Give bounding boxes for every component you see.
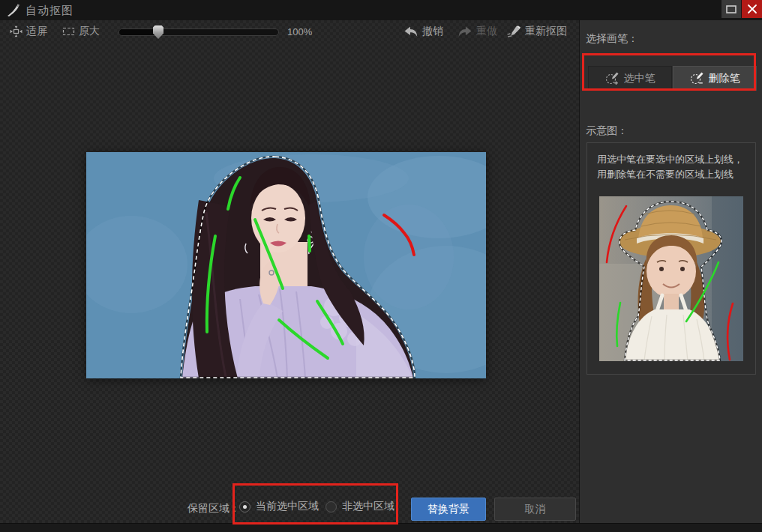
radio-unselected-icon[interactable] bbox=[326, 501, 337, 513]
fit-screen-label: 适屏 bbox=[26, 25, 47, 38]
original-size-button[interactable]: 原大 bbox=[62, 20, 100, 43]
radio-current-selected-area[interactable]: 当前选中区域 bbox=[239, 500, 319, 513]
toolbar: 适屏 原大 100% 撤销 重做 bbox=[0, 20, 579, 44]
radio-non-selected-area[interactable]: 非选中区域 bbox=[326, 500, 394, 513]
canvas-area[interactable]: 保留区域： 当前选中区域 非选中区域 替换背景 取消 bbox=[0, 43, 579, 523]
radio-dot bbox=[243, 505, 247, 509]
redo-label: 重做 bbox=[476, 25, 497, 38]
recut-label: 重新抠图 bbox=[525, 25, 567, 38]
recut-button[interactable]: 重新抠图 bbox=[507, 20, 567, 43]
edited-photo[interactable] bbox=[86, 152, 486, 378]
app-icon bbox=[5, 2, 20, 17]
original-size-icon bbox=[62, 25, 75, 37]
title-bar: 自动抠图 bbox=[0, 0, 762, 20]
undo-label: 撤销 bbox=[422, 25, 443, 38]
cancel-button[interactable]: 取消 bbox=[494, 498, 576, 521]
zoom-slider-thumb[interactable] bbox=[153, 25, 164, 39]
replace-background-button[interactable]: 替换背景 bbox=[411, 498, 486, 521]
fit-screen-button[interactable]: 适屏 bbox=[10, 20, 47, 43]
window-title: 自动抠图 bbox=[26, 4, 74, 18]
maximize-icon bbox=[726, 5, 736, 13]
select-pen-button[interactable]: 选中笔 bbox=[588, 66, 672, 91]
brush-section-title: 选择画笔： bbox=[586, 32, 638, 46]
fit-screen-icon bbox=[10, 25, 22, 37]
demo-image bbox=[599, 196, 743, 361]
delete-pen-label: 删除笔 bbox=[709, 72, 740, 85]
radio-selected-icon[interactable] bbox=[239, 501, 250, 513]
demo-box: 用选中笔在要选中的区域上划线，用删除笔在不需要的区域上划线 bbox=[586, 142, 756, 375]
select-pen-label: 选中笔 bbox=[624, 72, 656, 85]
redo-icon bbox=[458, 26, 472, 37]
redo-button[interactable]: 重做 bbox=[458, 20, 497, 43]
right-panel: 选择画笔： 选中笔 删除笔 示意图： 用选中笔在要选中的区域上划线，用删除笔在不… bbox=[579, 20, 762, 523]
maximize-button[interactable] bbox=[722, 0, 741, 18]
close-button[interactable] bbox=[742, 0, 762, 18]
select-pen-icon bbox=[605, 71, 620, 85]
demo-hint-text: 用选中笔在要选中的区域上划线，用删除笔在不需要的区域上划线 bbox=[597, 152, 746, 181]
zoom-percent: 100% bbox=[287, 26, 312, 37]
undo-button[interactable]: 撤销 bbox=[404, 20, 443, 43]
original-size-label: 原大 bbox=[79, 25, 100, 38]
undo-icon bbox=[404, 26, 418, 37]
zoom-slider[interactable] bbox=[118, 28, 279, 36]
window-bottom-edge bbox=[0, 523, 762, 532]
demo-section-title: 示意图： bbox=[586, 124, 628, 138]
keep-area-label: 保留区域： bbox=[188, 502, 240, 516]
delete-pen-button[interactable]: 删除笔 bbox=[673, 66, 757, 91]
radio-non-selected-label: 非选中区域 bbox=[342, 500, 394, 513]
close-icon bbox=[747, 4, 758, 14]
zoom-slider-fill bbox=[119, 29, 158, 35]
radio-current-selected-label: 当前选中区域 bbox=[256, 500, 319, 513]
recut-icon bbox=[507, 25, 521, 37]
delete-pen-icon bbox=[690, 71, 704, 85]
auto-cutout-dialog: 自动抠图 适屏 原大 bbox=[0, 0, 762, 532]
